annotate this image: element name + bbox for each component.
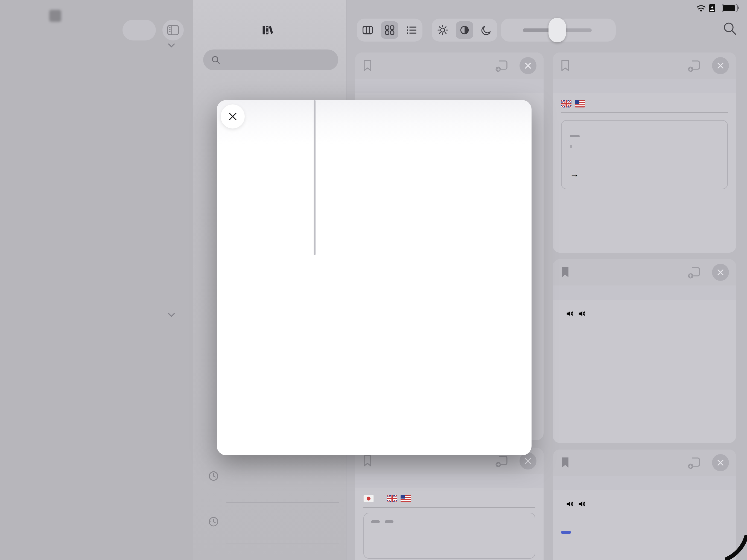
speaker-icon[interactable]: [566, 310, 574, 317]
sidebar: [0, 0, 193, 560]
card-header: [355, 52, 544, 79]
font-size-slider[interactable]: [515, 19, 599, 42]
all-dictionaries-header: [193, 24, 346, 36]
card-header: [553, 259, 736, 285]
add-to-tab-icon[interactable]: [687, 265, 702, 280]
lookup-count-note: [553, 79, 736, 93]
list-layout-icon[interactable]: [403, 21, 420, 39]
divider: [226, 543, 339, 544]
status-icons: [696, 4, 738, 12]
divider: [226, 502, 339, 503]
add-to-tab-icon[interactable]: [687, 58, 702, 73]
word-card-tacit: [553, 259, 736, 443]
search-input[interactable]: [225, 54, 342, 65]
card-content: [553, 490, 736, 560]
search-bar: [203, 50, 338, 70]
modal-scrollbar[interactable]: [314, 100, 315, 255]
speaker-icon[interactable]: [578, 310, 586, 317]
books-stack-icon: [261, 24, 274, 36]
grid-layout-icon[interactable]: [381, 21, 398, 39]
history-clock-icon: [207, 516, 219, 528]
dark-mode-moon-icon[interactable]: [478, 21, 495, 39]
lookup-count-note: [355, 79, 544, 93]
lookup-count-note: [553, 476, 736, 490]
pos-badge: [385, 520, 393, 523]
card-content: [355, 488, 544, 560]
auto-contrast-icon[interactable]: [456, 21, 473, 39]
modal-close-button[interactable]: [221, 104, 245, 128]
us-flag-icon: [575, 100, 585, 107]
us-flag-icon: [401, 495, 411, 502]
language-row: [561, 93, 728, 107]
speaker-icon[interactable]: [578, 500, 586, 508]
close-card-button[interactable]: [712, 264, 729, 281]
add-to-tab-icon[interactable]: [687, 455, 702, 470]
close-card-button[interactable]: [712, 454, 729, 471]
search-icon: [211, 55, 221, 65]
divider: [561, 112, 728, 113]
panel-search-icon[interactable]: [722, 21, 738, 36]
bookmark-icon-filled[interactable]: [561, 266, 570, 278]
layout-switcher: [357, 19, 422, 42]
sidebar-toggle-button[interactable]: [162, 20, 184, 41]
word-card-boyakeru: [355, 448, 544, 560]
sidebar-toggle-icon: [167, 24, 179, 36]
uk-flag-icon: [387, 495, 397, 502]
pencil-stroke-artifact: [725, 535, 747, 560]
sense-box: [363, 513, 535, 559]
slider-thumb[interactable]: [548, 18, 566, 42]
sense-box: →: [561, 120, 728, 189]
add-to-tab-icon[interactable]: [494, 58, 509, 73]
close-card-button[interactable]: [712, 57, 729, 74]
wifi-icon: [696, 4, 706, 12]
status-bar: [0, 0, 747, 14]
battery-icon: [722, 4, 738, 12]
lookup-count-note: [553, 285, 736, 300]
pos-badge: [570, 135, 579, 137]
chevron-down-icon[interactable]: [168, 312, 176, 318]
divider: [363, 507, 535, 508]
word-card-trump: →: [553, 52, 736, 253]
card-content: →: [553, 93, 736, 253]
card-content: [553, 300, 736, 443]
history-clock-icon: [207, 470, 219, 482]
example-quote: [570, 145, 719, 148]
app-icon-modal: [217, 100, 532, 455]
language-row: [363, 488, 535, 502]
word-card-perturb: [553, 450, 736, 560]
user-badge-icon: [709, 4, 715, 12]
syn-badge: [561, 531, 571, 534]
font-size-control: [501, 19, 616, 42]
bookmark-icon-filled[interactable]: [561, 457, 570, 469]
bookmark-icon[interactable]: [561, 59, 570, 72]
pos-badge: [371, 520, 380, 523]
add-to-tab-icon[interactable]: [494, 454, 509, 468]
see-also-arrow: →: [570, 169, 579, 179]
light-mode-sun-icon[interactable]: [434, 21, 452, 39]
card-header: [553, 450, 736, 476]
card-header: [553, 52, 736, 79]
columns-layout-icon[interactable]: [359, 21, 377, 39]
speaker-icon[interactable]: [566, 500, 574, 508]
close-card-button[interactable]: [519, 57, 537, 74]
uk-flag-icon: [561, 100, 571, 107]
edit-button[interactable]: [123, 20, 156, 41]
theme-switcher: [432, 19, 497, 42]
bookmark-icon[interactable]: [363, 59, 372, 72]
japan-flag-icon: [363, 495, 374, 502]
lookup-count-note: [355, 474, 544, 488]
chevron-down-icon[interactable]: [168, 43, 176, 48]
bookmark-icon[interactable]: [363, 455, 372, 467]
